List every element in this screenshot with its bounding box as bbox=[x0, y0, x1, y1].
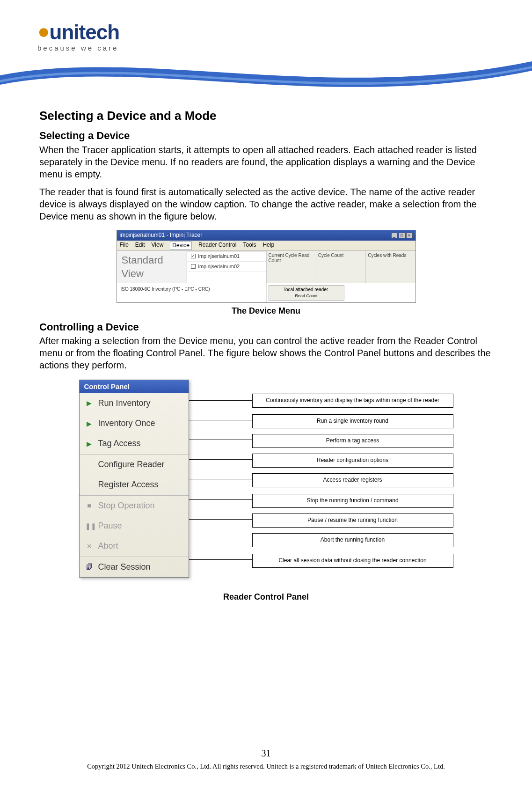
checkbox-checked-icon bbox=[191, 254, 196, 258]
col-cycles-with-reads: Cycles with Reads bbox=[365, 251, 415, 283]
tag-access-button[interactable]: ▶ Tag Access bbox=[80, 433, 189, 454]
figure-device-menu: impinjserialnum01 - Impinj Tracer _ □ × … bbox=[117, 230, 416, 303]
col-cycle-count: Cycle Count bbox=[316, 251, 365, 283]
menu-help[interactable]: Help bbox=[262, 242, 274, 250]
play-icon: ▶ bbox=[85, 440, 94, 448]
pause-icon: ❚❚ bbox=[85, 522, 94, 530]
figure-control-panel: Control Panel ▶ Run Inventory ▶ Inventor… bbox=[79, 380, 453, 578]
para-3: After making a selection from the Device… bbox=[39, 335, 493, 371]
brand-name: unitech bbox=[50, 21, 119, 44]
col-current-cycle: Current Cycle Read Count bbox=[266, 251, 316, 283]
play-icon: ▶ bbox=[85, 399, 94, 407]
abort-button[interactable]: ✕ Abort bbox=[80, 536, 189, 556]
desc-clear-session: Clear all session data without closing t… bbox=[252, 554, 453, 568]
window-titlebar: impinjserialnum01 - Impinj Tracer _ □ × bbox=[117, 230, 415, 241]
play-icon: ▶ bbox=[85, 419, 94, 428]
clear-icon: 🗐 bbox=[85, 563, 94, 571]
stop-icon: ■ bbox=[85, 501, 94, 510]
header-swoosh bbox=[0, 57, 532, 99]
desc-pause: Pause / resume the running function bbox=[252, 514, 453, 528]
heading-controlling-device: Controlling a Device bbox=[39, 321, 493, 334]
caption-control-panel: Reader Control Panel bbox=[39, 592, 493, 602]
register-access-button[interactable]: Register Access bbox=[80, 475, 189, 495]
desc-run-inventory: Continuously inventory and display the t… bbox=[252, 394, 453, 408]
minimize-icon[interactable]: _ bbox=[391, 233, 398, 238]
menu-view[interactable]: View bbox=[152, 242, 164, 250]
menu-edit[interactable]: Edit bbox=[135, 242, 145, 250]
device-option-1[interactable]: impinjserialnum01 bbox=[187, 251, 266, 261]
stop-operation-button[interactable]: ■ Stop Operation bbox=[80, 496, 189, 516]
menu-device[interactable]: Device bbox=[170, 242, 192, 250]
para-1: When the Tracer application starts, it a… bbox=[39, 144, 493, 180]
desc-abort: Abort the running function bbox=[252, 533, 453, 547]
desc-tag-access: Perform a tag access bbox=[252, 434, 453, 448]
window-title: impinjserialnum01 - Impinj Tracer bbox=[120, 232, 203, 239]
device-option-2[interactable]: impinjserialnum02 bbox=[187, 262, 266, 271]
copyright-text: Copyright 2012 Unitech Electronics Co., … bbox=[0, 762, 532, 771]
control-panel-title: Control Panel bbox=[80, 380, 189, 393]
configure-reader-button[interactable]: Configure Reader bbox=[80, 455, 189, 475]
menubar: File Edit View Device Reader Control Too… bbox=[117, 241, 415, 251]
descriptions-column: Continuously inventory and display the t… bbox=[189, 380, 453, 578]
abort-icon: ✕ bbox=[85, 542, 94, 550]
maximize-icon[interactable]: □ bbox=[399, 233, 405, 238]
checkbox-icon bbox=[191, 264, 196, 269]
clear-session-button[interactable]: 🗐 Clear Session bbox=[80, 557, 189, 577]
page-footer: 31 Copyright 2012 Unitech Electronics Co… bbox=[0, 747, 532, 771]
menu-tools[interactable]: Tools bbox=[243, 242, 256, 250]
control-panel: Control Panel ▶ Run Inventory ▶ Inventor… bbox=[79, 380, 189, 578]
run-inventory-button[interactable]: ▶ Run Inventory bbox=[80, 393, 189, 413]
close-icon[interactable]: × bbox=[406, 233, 413, 238]
menu-file[interactable]: File bbox=[120, 242, 129, 250]
para-2: The reader that is found first is automa… bbox=[39, 186, 493, 222]
caption-device-menu: The Device Menu bbox=[39, 306, 493, 316]
heading-selecting-device: Selecting a Device bbox=[39, 129, 493, 143]
desc-stop-operation: Stop the running function / command bbox=[252, 494, 453, 508]
pause-button[interactable]: ❚❚ Pause bbox=[80, 516, 189, 536]
inventory-once-button[interactable]: ▶ Inventory Once bbox=[80, 413, 189, 433]
page-number: 31 bbox=[0, 747, 532, 759]
heading-main: Selecting a Device and a Mode bbox=[39, 108, 493, 124]
desc-inventory-once: Run a single inventory round bbox=[252, 414, 453, 428]
menu-reader-control[interactable]: Reader Control bbox=[198, 242, 236, 250]
iso-label: ISO 18000-6C Inventory (PC - EPC - CRC) bbox=[117, 283, 267, 302]
device-dropdown: impinjserialnum01 impinjserialnum02 bbox=[187, 251, 266, 283]
desc-configure-reader: Reader configuration options bbox=[252, 454, 453, 468]
local-reader-button[interactable]: local attached readerRead Count bbox=[269, 285, 344, 301]
standard-view-label: Standard View bbox=[117, 251, 187, 283]
desc-register-access: Access reader registers bbox=[252, 473, 453, 487]
